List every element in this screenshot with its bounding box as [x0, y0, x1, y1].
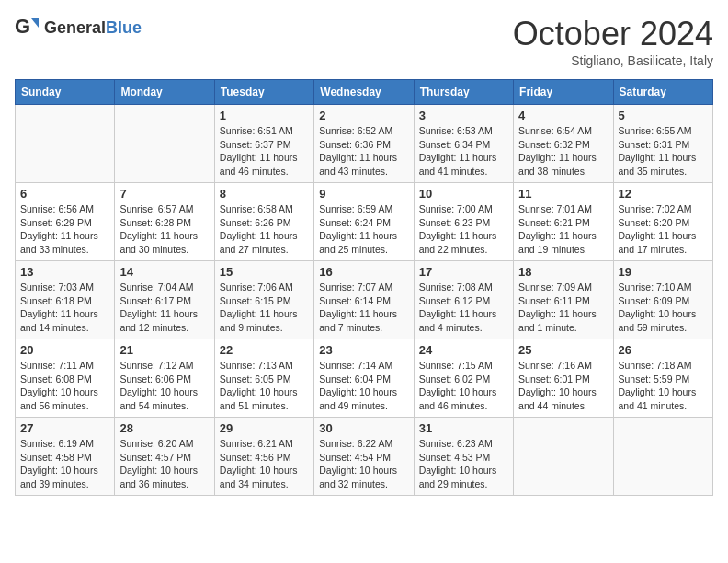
day-info: Sunrise: 7:18 AMSunset: 5:59 PMDaylight:… — [619, 359, 708, 413]
calendar-cell: 2 Sunrise: 6:52 AMSunset: 6:36 PMDayligh… — [314, 105, 414, 183]
calendar-cell: 18 Sunrise: 7:09 AMSunset: 6:11 PMDaylig… — [514, 261, 613, 339]
calendar-cell: 9 Sunrise: 6:59 AMSunset: 6:24 PMDayligh… — [314, 183, 414, 261]
day-info: Sunrise: 7:03 AMSunset: 6:18 PMDaylight:… — [20, 281, 109, 335]
day-info: Sunrise: 7:06 AMSunset: 6:15 PMDaylight:… — [220, 281, 309, 335]
day-number: 2 — [319, 109, 408, 122]
day-number: 3 — [419, 109, 508, 122]
day-number: 27 — [20, 421, 109, 435]
calendar-cell: 17 Sunrise: 7:08 AMSunset: 6:12 PMDaylig… — [414, 261, 513, 339]
day-info: Sunrise: 6:53 AMSunset: 6:34 PMDaylight:… — [419, 124, 508, 178]
location-subtitle: Stigliano, Basilicate, Italy — [513, 53, 713, 68]
day-number: 17 — [419, 265, 508, 279]
calendar-cell: 23 Sunrise: 7:14 AMSunset: 6:04 PMDaylig… — [314, 339, 414, 418]
day-number: 30 — [319, 421, 408, 435]
calendar-cell: 31 Sunrise: 6:23 AMSunset: 4:53 PMDaylig… — [414, 418, 513, 496]
calendar-cell: 15 Sunrise: 7:06 AMSunset: 6:15 PMDaylig… — [214, 261, 313, 339]
calendar-cell: 7 Sunrise: 6:57 AMSunset: 6:28 PMDayligh… — [115, 183, 214, 261]
calendar-cell: 8 Sunrise: 6:58 AMSunset: 6:26 PMDayligh… — [214, 183, 313, 261]
day-number: 14 — [119, 265, 209, 279]
day-info: Sunrise: 6:23 AMSunset: 4:53 PMDaylight:… — [419, 437, 508, 491]
calendar-cell — [115, 105, 214, 183]
day-number: 11 — [518, 187, 608, 201]
weekday-header-thursday: Thursday — [414, 80, 513, 105]
calendar-cell: 4 Sunrise: 6:54 AMSunset: 6:32 PMDayligh… — [514, 105, 613, 183]
month-title: October 2024 — [513, 15, 713, 53]
day-info: Sunrise: 6:21 AMSunset: 4:56 PMDaylight:… — [220, 437, 309, 491]
day-number: 28 — [119, 421, 209, 435]
calendar-week-3: 13 Sunrise: 7:03 AMSunset: 6:18 PMDaylig… — [16, 261, 713, 339]
calendar-cell: 30 Sunrise: 6:22 AMSunset: 4:54 PMDaylig… — [314, 418, 414, 496]
calendar-cell: 19 Sunrise: 7:10 AMSunset: 6:09 PMDaylig… — [613, 261, 712, 339]
day-number: 6 — [20, 187, 109, 201]
weekday-header-row: SundayMondayTuesdayWednesdayThursdayFrid… — [16, 80, 713, 105]
day-info: Sunrise: 7:00 AMSunset: 6:23 PMDaylight:… — [419, 202, 508, 257]
calendar-week-5: 27 Sunrise: 6:19 AMSunset: 4:58 PMDaylig… — [16, 418, 713, 496]
calendar-body: 1 Sunrise: 6:51 AMSunset: 6:37 PMDayligh… — [16, 105, 713, 496]
calendar-cell: 27 Sunrise: 6:19 AMSunset: 4:58 PMDaylig… — [16, 418, 115, 496]
calendar-week-4: 20 Sunrise: 7:11 AMSunset: 6:08 PMDaylig… — [16, 339, 713, 418]
day-info: Sunrise: 6:20 AMSunset: 4:57 PMDaylight:… — [119, 437, 209, 491]
weekday-header-friday: Friday — [514, 80, 613, 105]
day-number: 13 — [20, 265, 109, 279]
page-header: G GeneralBlue October 2024 Stigliano, Ba… — [15, 15, 713, 68]
calendar-cell: 14 Sunrise: 7:04 AMSunset: 6:17 PMDaylig… — [115, 261, 214, 339]
weekday-header-sunday: Sunday — [16, 80, 115, 105]
calendar-cell — [514, 418, 613, 496]
day-number: 15 — [220, 265, 309, 279]
day-info: Sunrise: 7:12 AMSunset: 6:06 PMDaylight:… — [119, 359, 209, 413]
day-number: 8 — [220, 187, 309, 201]
day-number: 9 — [319, 187, 408, 201]
day-number: 1 — [220, 109, 309, 122]
svg-marker-1 — [31, 18, 39, 28]
weekday-header-saturday: Saturday — [613, 80, 712, 105]
svg-text:G: G — [15, 15, 30, 38]
calendar-cell: 26 Sunrise: 7:18 AMSunset: 5:59 PMDaylig… — [613, 339, 712, 418]
day-info: Sunrise: 6:54 AMSunset: 6:32 PMDaylight:… — [518, 124, 608, 178]
calendar-cell: 20 Sunrise: 7:11 AMSunset: 6:08 PMDaylig… — [16, 339, 115, 418]
day-info: Sunrise: 7:15 AMSunset: 6:02 PMDaylight:… — [419, 359, 508, 413]
calendar-cell: 12 Sunrise: 7:02 AMSunset: 6:20 PMDaylig… — [613, 183, 712, 261]
day-info: Sunrise: 7:07 AMSunset: 6:14 PMDaylight:… — [319, 281, 408, 335]
calendar-cell — [613, 418, 712, 496]
calendar-cell — [16, 105, 115, 183]
calendar-cell: 24 Sunrise: 7:15 AMSunset: 6:02 PMDaylig… — [414, 339, 513, 418]
logo-icon: G — [15, 15, 40, 40]
day-info: Sunrise: 6:58 AMSunset: 6:26 PMDaylight:… — [220, 202, 309, 257]
day-info: Sunrise: 6:55 AMSunset: 6:31 PMDaylight:… — [619, 124, 708, 178]
day-number: 21 — [119, 343, 209, 357]
day-number: 23 — [319, 343, 408, 357]
day-info: Sunrise: 6:22 AMSunset: 4:54 PMDaylight:… — [319, 437, 408, 491]
day-info: Sunrise: 7:08 AMSunset: 6:12 PMDaylight:… — [419, 281, 508, 335]
day-info: Sunrise: 7:01 AMSunset: 6:21 PMDaylight:… — [518, 202, 608, 257]
day-number: 5 — [619, 109, 708, 122]
day-number: 18 — [518, 265, 608, 279]
calendar-header: SundayMondayTuesdayWednesdayThursdayFrid… — [16, 80, 713, 105]
day-info: Sunrise: 6:19 AMSunset: 4:58 PMDaylight:… — [20, 437, 109, 491]
day-number: 20 — [20, 343, 109, 357]
day-number: 4 — [518, 109, 608, 122]
calendar-cell: 1 Sunrise: 6:51 AMSunset: 6:37 PMDayligh… — [214, 105, 313, 183]
day-info: Sunrise: 6:52 AMSunset: 6:36 PMDaylight:… — [319, 124, 408, 178]
day-number: 26 — [619, 343, 708, 357]
day-number: 29 — [220, 421, 309, 435]
calendar-cell: 22 Sunrise: 7:13 AMSunset: 6:05 PMDaylig… — [214, 339, 313, 418]
day-number: 12 — [619, 187, 708, 201]
calendar-cell: 10 Sunrise: 7:00 AMSunset: 6:23 PMDaylig… — [414, 183, 513, 261]
calendar-cell: 25 Sunrise: 7:16 AMSunset: 6:01 PMDaylig… — [514, 339, 613, 418]
calendar-cell: 16 Sunrise: 7:07 AMSunset: 6:14 PMDaylig… — [314, 261, 414, 339]
day-info: Sunrise: 7:11 AMSunset: 6:08 PMDaylight:… — [20, 359, 109, 413]
day-number: 24 — [419, 343, 508, 357]
day-number: 22 — [220, 343, 309, 357]
calendar-cell: 5 Sunrise: 6:55 AMSunset: 6:31 PMDayligh… — [613, 105, 712, 183]
day-info: Sunrise: 7:02 AMSunset: 6:20 PMDaylight:… — [619, 202, 708, 257]
logo: G GeneralBlue — [15, 15, 142, 40]
day-info: Sunrise: 7:16 AMSunset: 6:01 PMDaylight:… — [518, 359, 608, 413]
calendar-cell: 6 Sunrise: 6:56 AMSunset: 6:29 PMDayligh… — [16, 183, 115, 261]
day-number: 31 — [419, 421, 508, 435]
logo-text-general: General — [44, 18, 106, 37]
calendar-week-2: 6 Sunrise: 6:56 AMSunset: 6:29 PMDayligh… — [16, 183, 713, 261]
calendar-cell: 29 Sunrise: 6:21 AMSunset: 4:56 PMDaylig… — [214, 418, 313, 496]
day-info: Sunrise: 7:10 AMSunset: 6:09 PMDaylight:… — [619, 281, 708, 335]
weekday-header-monday: Monday — [115, 80, 214, 105]
day-info: Sunrise: 7:04 AMSunset: 6:17 PMDaylight:… — [119, 281, 209, 335]
